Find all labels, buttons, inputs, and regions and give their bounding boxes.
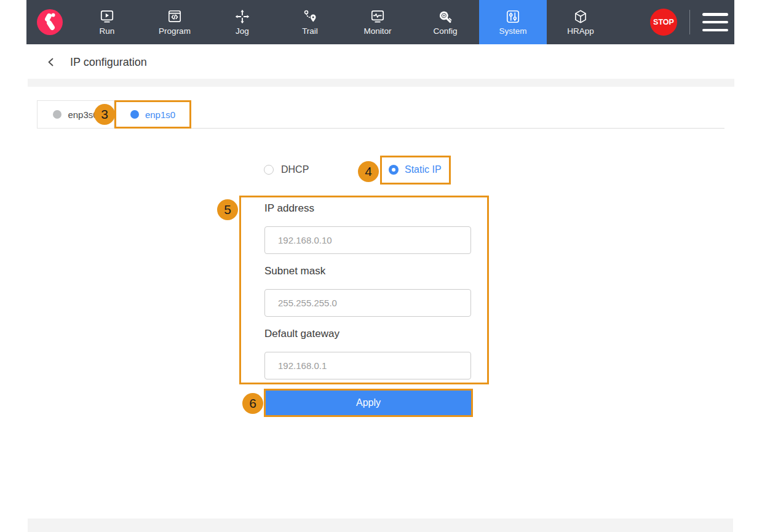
header-divider-strip [28,79,734,87]
page-header: IP configuration [46,53,147,71]
hrapp-icon [573,9,589,25]
radio-selected-icon [389,165,399,175]
nav-item-config[interactable]: Config [411,0,479,44]
apply-button[interactable]: Apply [266,391,471,415]
annotation-badge-4: 4 [358,161,379,182]
top-navigation-bar: Run Program Jog [26,0,734,44]
navbar-right-cluster: STOP [650,9,734,36]
nav-item-monitor[interactable]: Monitor [344,0,411,44]
system-icon [505,9,521,25]
nav-item-hrapp[interactable]: HRApp [547,0,614,44]
radio-dhcp[interactable]: DHCP [264,164,309,175]
nav-label: Run [100,26,115,36]
nav-label: System [499,26,526,36]
nav-item-program[interactable]: Program [141,0,208,44]
subnet-mask-input[interactable] [264,289,471,317]
monitor-icon [370,9,386,25]
nav-label: Jog [236,26,249,36]
nav-item-run[interactable]: Run [73,0,141,44]
radio-label: Static IP [405,164,442,175]
footer-strip [28,518,733,532]
annotation-badge-6: 6 [242,393,263,414]
nav-item-trail[interactable]: Trail [276,0,344,44]
tab-label: enp1s0 [145,109,175,120]
tab-label: enp3s0 [68,109,98,120]
menu-icon[interactable] [702,13,728,31]
jog-icon [234,9,250,25]
page-title: IP configuration [70,56,147,69]
program-icon [167,9,183,25]
nav-label: Trail [302,26,318,36]
radio-unselected-icon [264,165,274,175]
trail-icon [302,9,318,25]
annotation-badge-5: 5 [217,199,238,220]
default-gateway-label: Default gateway [264,328,339,340]
back-chevron-icon [46,57,57,68]
navbar-divider [689,10,690,34]
nav-item-jog[interactable]: Jog [208,0,276,44]
subnet-mask-label: Subnet mask [264,265,325,277]
run-icon [99,9,115,25]
app-logo-icon [36,9,63,36]
back-button[interactable] [46,57,57,68]
inactive-dot-icon [53,110,62,119]
nav-label: Program [159,26,191,36]
radio-static-ip[interactable]: Static IP [389,164,442,175]
tab-enp1s0[interactable]: enp1s0 [114,100,191,129]
stop-button[interactable]: STOP [650,9,677,36]
nav-label: Config [433,26,457,36]
nav-label: HRApp [567,26,594,36]
nav-label: Monitor [363,26,391,36]
ip-address-label: IP address [264,202,314,215]
nav-item-system[interactable]: System [479,0,547,44]
tab-enp3s0[interactable]: enp3s0 [37,100,114,129]
default-gateway-input[interactable] [264,352,471,379]
config-icon [437,9,453,25]
interface-tabbar: enp3s0 enp1s0 [37,100,724,129]
radio-label: DHCP [281,164,309,175]
nav-items: Run Program Jog [73,0,614,44]
active-dot-icon [130,110,139,119]
ip-address-input[interactable] [264,226,471,254]
